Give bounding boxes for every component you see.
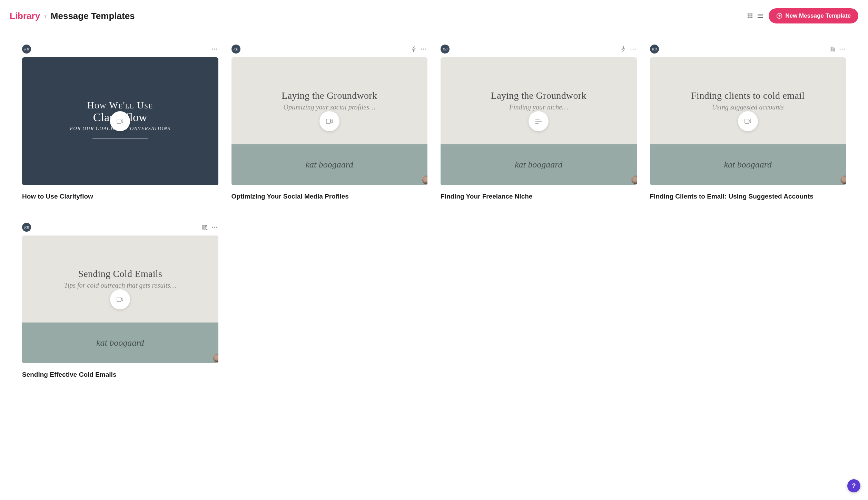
card-actions <box>201 223 218 231</box>
svg-point-21 <box>630 48 631 49</box>
template-title[interactable]: Finding Your Freelance Niche <box>441 192 637 201</box>
card-actions <box>620 45 637 53</box>
video-icon <box>744 118 751 124</box>
more-icon <box>212 48 217 50</box>
svg-point-32 <box>844 48 845 49</box>
card-header: KB <box>441 45 637 53</box>
breadcrumb-library-link[interactable]: Library <box>10 11 40 21</box>
thumbnail-sub: Tips for cold outreach that gets results… <box>64 281 176 289</box>
svg-point-22 <box>632 48 633 49</box>
thumbnail-body: Sending Cold Emails Tips for cold outrea… <box>22 235 218 323</box>
pen-decoration <box>92 134 148 142</box>
svg-rect-35 <box>204 225 205 229</box>
author-photo <box>631 175 637 184</box>
svg-rect-9 <box>758 14 763 15</box>
svg-rect-5 <box>751 16 752 17</box>
video-icon <box>117 118 124 124</box>
more-button[interactable] <box>629 45 637 53</box>
svg-point-18 <box>423 48 424 49</box>
avatar[interactable]: KB <box>22 223 31 232</box>
more-icon <box>839 48 845 50</box>
bolt-button[interactable] <box>620 45 627 53</box>
more-icon <box>421 48 426 50</box>
svg-point-23 <box>634 48 635 49</box>
template-title[interactable]: Optimizing Your Social Media Profiles <box>231 192 428 201</box>
card-actions <box>211 45 218 53</box>
bolt-icon <box>621 46 625 52</box>
avatar[interactable]: KB <box>22 45 31 54</box>
template-thumbnail[interactable]: Finding clients to cold email Using sugg… <box>650 57 846 185</box>
svg-rect-6 <box>748 17 749 18</box>
thumbnail-heading: Laying the Groundwork <box>491 90 586 101</box>
thumbnail-sub: Finding your niche… <box>509 103 568 111</box>
avatar[interactable]: KB <box>231 45 240 54</box>
svg-point-31 <box>841 48 842 49</box>
library-button[interactable] <box>201 223 209 231</box>
template-title[interactable]: Sending Effective Cold Emails <box>22 370 218 379</box>
svg-point-30 <box>839 48 840 49</box>
thumbnail-signature: kat boogaard <box>306 160 353 170</box>
new-message-template-button[interactable]: New Message Template <box>769 8 858 23</box>
more-button[interactable] <box>211 223 218 231</box>
thumbnail-signature: kat boogaard <box>515 160 562 170</box>
more-button[interactable] <box>420 45 427 53</box>
svg-rect-4 <box>750 16 751 17</box>
card-actions <box>410 45 427 53</box>
avatar[interactable]: KB <box>441 45 450 54</box>
svg-rect-33 <box>745 119 749 123</box>
author-photo <box>840 175 846 184</box>
bolt-icon <box>412 46 416 52</box>
more-button[interactable] <box>838 45 846 53</box>
svg-rect-28 <box>832 47 833 51</box>
svg-rect-1 <box>750 13 751 15</box>
template-title[interactable]: How to Use Clarityflow <box>22 192 218 201</box>
svg-point-14 <box>214 48 215 49</box>
template-thumbnail[interactable]: How We'll Use Clarityflow FOR OUR COACHI… <box>22 57 218 185</box>
list-view-button[interactable] <box>756 11 765 21</box>
video-icon <box>326 118 333 124</box>
card-header: KB <box>650 45 846 53</box>
thumbnail-heading: Finding clients to cold email <box>691 90 805 101</box>
card-actions <box>829 45 846 53</box>
grid-view-button[interactable] <box>745 11 755 21</box>
media-badge <box>529 111 549 131</box>
thumbnail-footer: kat boogaard <box>231 144 428 185</box>
svg-rect-8 <box>751 17 752 18</box>
page-header: Library › Message Templates New Message … <box>0 0 868 28</box>
list-icon <box>758 14 763 18</box>
plus-circle-icon <box>776 13 782 19</box>
breadcrumb: Library › Message Templates <box>10 11 135 21</box>
template-thumbnail[interactable]: Laying the Groundwork Optimizing your so… <box>231 57 428 185</box>
svg-rect-27 <box>830 47 831 51</box>
library-button[interactable] <box>829 45 836 53</box>
card-header: KB <box>22 45 218 53</box>
bolt-button[interactable] <box>410 45 418 53</box>
thumbnail-footer: kat boogaard <box>650 144 846 185</box>
svg-rect-7 <box>750 17 751 18</box>
avatar[interactable]: KB <box>650 45 659 54</box>
svg-rect-25 <box>535 121 542 122</box>
media-badge <box>319 111 339 131</box>
template-thumbnail[interactable]: Sending Cold Emails Tips for cold outrea… <box>22 235 218 363</box>
more-icon <box>630 48 636 50</box>
breadcrumb-separator: › <box>44 12 47 20</box>
svg-rect-29 <box>833 47 835 51</box>
new-message-template-label: New Message Template <box>785 12 851 19</box>
svg-rect-2 <box>751 13 752 15</box>
author-photo <box>422 175 427 184</box>
template-card: KB Laying the Groundwork Optimizing your… <box>231 45 428 201</box>
thumbnail-body: Finding clients to cold email Using sugg… <box>650 57 846 144</box>
thumbnail-sub: Using suggested accounts <box>712 103 784 111</box>
template-thumbnail[interactable]: Laying the Groundwork Finding your niche… <box>441 57 637 185</box>
thumbnail-signature: kat boogaard <box>96 338 144 348</box>
author-photo <box>213 354 218 363</box>
thumbnail-footer: kat boogaard <box>22 323 218 363</box>
thumbnail-signature: kat boogaard <box>724 160 772 170</box>
library-icon <box>830 47 835 51</box>
card-header: KB <box>231 45 428 53</box>
templates-grid: KB How We'll Use Clarityflow FOR OUR COA… <box>0 28 868 396</box>
thumbnail-sub: Optimizing your social profiles… <box>284 103 375 111</box>
more-button[interactable] <box>211 45 218 53</box>
template-title[interactable]: Finding Clients to Email: Using Suggeste… <box>650 192 846 201</box>
svg-rect-3 <box>748 16 749 17</box>
